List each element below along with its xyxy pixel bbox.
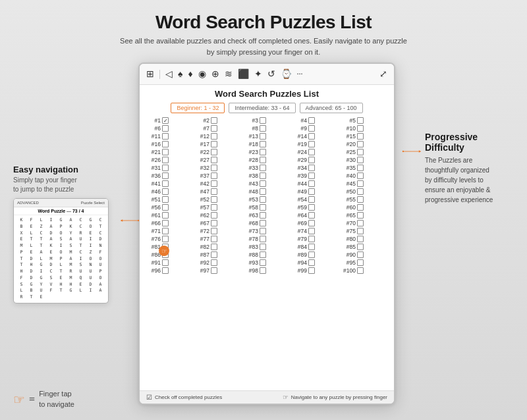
puzzle-item[interactable]: #57 <box>195 204 241 211</box>
puzzle-checkbox[interactable] <box>211 228 217 234</box>
puzzle-checkbox[interactable] <box>162 196 169 203</box>
puzzle-item[interactable]: #83 <box>244 244 290 250</box>
puzzle-checkbox[interactable] <box>162 117 169 124</box>
puzzle-checkbox[interactable] <box>260 244 266 250</box>
puzzle-checkbox[interactable] <box>211 133 217 140</box>
puzzle-item[interactable]: #55 <box>341 196 387 203</box>
puzzle-item[interactable]: #23 <box>244 149 290 155</box>
toolbar-icon-spade[interactable]: ♠ <box>177 68 184 80</box>
puzzle-checkbox[interactable] <box>308 236 315 242</box>
toolbar-icon-circle[interactable]: ◉ <box>197 68 208 80</box>
puzzle-item[interactable]: #90 <box>341 251 387 258</box>
puzzle-item[interactable]: #87 <box>195 251 241 258</box>
puzzle-item[interactable]: #31 <box>146 165 192 171</box>
puzzle-checkbox[interactable] <box>308 117 315 124</box>
puzzle-checkbox[interactable] <box>260 259 266 266</box>
toolbar-icon-clock[interactable]: ⌚ <box>279 68 293 80</box>
toolbar-icon-plus[interactable]: ⊕ <box>210 68 221 80</box>
puzzle-checkbox[interactable] <box>260 220 266 226</box>
puzzle-checkbox[interactable] <box>308 267 315 274</box>
puzzle-item[interactable]: #46 <box>146 188 192 195</box>
puzzle-item[interactable]: #95 <box>341 259 387 266</box>
puzzle-checkbox[interactable] <box>260 180 266 187</box>
puzzle-item[interactable]: #79 <box>292 236 339 242</box>
puzzle-checkbox[interactable] <box>162 157 169 163</box>
tab-advanced[interactable]: Advanced: 65 - 100 <box>300 103 363 113</box>
puzzle-checkbox[interactable] <box>357 117 364 124</box>
puzzle-checkbox[interactable] <box>162 259 169 266</box>
puzzle-item[interactable]: #14 <box>292 133 339 140</box>
puzzle-item[interactable]: #72 <box>195 228 241 234</box>
puzzle-item[interactable]: #75 <box>341 228 387 234</box>
puzzle-checkbox[interactable] <box>308 149 315 155</box>
toolbar-icon-diamond[interactable]: ♦ <box>186 68 194 80</box>
puzzle-item[interactable]: #82 <box>195 244 241 250</box>
puzzle-item[interactable]: #89 <box>292 251 339 258</box>
puzzle-item[interactable]: #34 <box>292 165 339 171</box>
puzzle-checkbox[interactable] <box>308 180 315 187</box>
puzzle-checkbox[interactable] <box>211 267 217 274</box>
puzzle-checkbox[interactable] <box>162 165 169 171</box>
puzzle-checkbox[interactable] <box>211 188 217 195</box>
puzzle-item[interactable]: #7 <box>195 125 241 132</box>
puzzle-item[interactable]: #4 <box>292 117 339 124</box>
puzzle-item[interactable]: #29 <box>292 157 339 163</box>
puzzle-item[interactable]: #5 <box>341 117 387 124</box>
puzzle-checkbox[interactable] <box>162 149 169 155</box>
puzzle-item[interactable]: #3 <box>244 117 290 124</box>
puzzle-checkbox[interactable] <box>357 259 364 266</box>
puzzle-checkbox[interactable] <box>211 259 217 266</box>
toolbar-icon-rotate[interactable]: ↺ <box>266 68 277 80</box>
puzzle-item[interactable]: #77 <box>195 236 241 242</box>
puzzle-item[interactable]: #74 <box>292 228 339 234</box>
puzzle-item[interactable]: #63 <box>244 212 290 219</box>
puzzle-item[interactable]: #45 <box>341 180 387 187</box>
puzzle-item[interactable]: #53 <box>244 196 290 203</box>
puzzle-item[interactable]: #93 <box>244 259 290 266</box>
puzzle-item[interactable]: #32 <box>195 165 241 171</box>
puzzle-checkbox[interactable] <box>260 267 266 274</box>
tab-beginner[interactable]: Beginner: 1 - 32 <box>171 103 225 113</box>
puzzle-item[interactable]: #17 <box>195 141 241 147</box>
puzzle-item[interactable]: #76 <box>146 236 192 242</box>
puzzle-item[interactable]: #69 <box>292 220 339 226</box>
puzzle-checkbox[interactable] <box>211 196 217 203</box>
puzzle-item[interactable]: #8 <box>244 125 290 132</box>
puzzle-item[interactable]: #1 <box>146 117 192 124</box>
puzzle-checkbox[interactable] <box>357 204 364 211</box>
puzzle-checkbox[interactable] <box>308 196 315 203</box>
puzzle-item[interactable]: #12 <box>195 133 241 140</box>
puzzle-item[interactable]: #48 <box>244 188 290 195</box>
puzzle-checkbox[interactable] <box>162 125 169 132</box>
puzzle-item[interactable]: #28 <box>244 157 290 163</box>
puzzle-item[interactable]: #78 <box>244 236 290 242</box>
puzzle-checkbox[interactable] <box>211 220 217 226</box>
puzzle-checkbox[interactable] <box>357 228 364 234</box>
puzzle-checkbox[interactable] <box>260 149 266 155</box>
puzzle-checkbox[interactable] <box>211 165 217 171</box>
puzzle-item[interactable]: #66 <box>146 220 192 226</box>
puzzle-item[interactable]: #19 <box>292 141 339 147</box>
puzzle-checkbox[interactable] <box>357 212 364 219</box>
puzzle-item[interactable]: #54 <box>292 196 339 203</box>
puzzle-checkbox[interactable] <box>260 165 266 171</box>
puzzle-checkbox[interactable] <box>211 157 217 163</box>
puzzle-item[interactable]: #62 <box>195 212 241 219</box>
puzzle-item[interactable]: #59 <box>292 204 339 211</box>
puzzle-checkbox[interactable] <box>162 228 169 234</box>
puzzle-item[interactable]: #15 <box>341 133 387 140</box>
puzzle-item[interactable]: #27 <box>195 157 241 163</box>
puzzle-checkbox[interactable] <box>308 228 315 234</box>
puzzle-item[interactable]: #49 <box>292 188 339 195</box>
puzzle-checkbox[interactable] <box>308 259 315 266</box>
puzzle-item[interactable]: #92 <box>195 259 241 266</box>
puzzle-item[interactable]: #36 <box>146 172 192 179</box>
puzzle-checkbox[interactable] <box>260 188 266 195</box>
puzzle-item[interactable]: #10 <box>341 125 387 132</box>
puzzle-item[interactable]: #81 <box>146 244 192 250</box>
puzzle-checkbox[interactable] <box>308 188 315 195</box>
puzzle-item[interactable]: #70 <box>341 220 387 226</box>
puzzle-checkbox[interactable] <box>211 244 217 250</box>
puzzle-checkbox[interactable] <box>308 204 315 211</box>
puzzle-checkbox[interactable] <box>357 188 364 195</box>
